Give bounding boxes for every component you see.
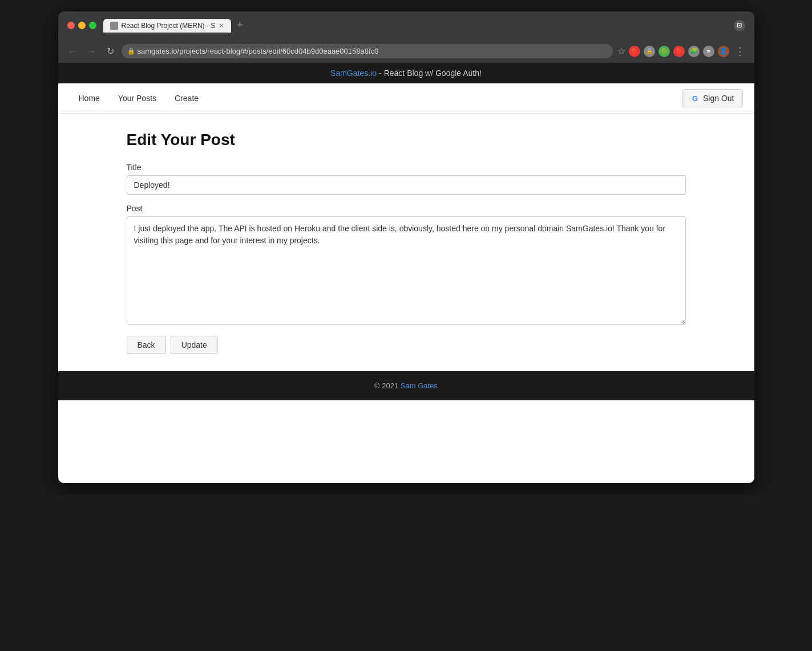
- post-label: Post: [127, 204, 686, 213]
- back-button[interactable]: Back: [127, 336, 166, 354]
- ext-menu-icon[interactable]: ≡: [703, 46, 714, 57]
- minimize-button[interactable]: [78, 22, 86, 29]
- tab-title: React Blog Project (MERN) - S: [122, 22, 216, 30]
- banner-subtitle: React Blog w/ Google Auth!: [384, 69, 482, 78]
- nav-your-posts[interactable]: Your Posts: [109, 83, 165, 113]
- lock-icon: 🔒: [127, 47, 135, 55]
- title-input[interactable]: [127, 175, 686, 195]
- browser-content: Home Your Posts Create G Sign Out Edit Y…: [58, 83, 754, 483]
- title-label: Title: [127, 163, 686, 172]
- toolbar-right-icons: ☆ 🔴 🔒 🟢 🔴 🧩 ≡ 👤 ⋮: [617, 45, 748, 58]
- address-bar[interactable]: [122, 44, 613, 58]
- app-main: Edit Your Post Title Post I just deploye…: [58, 114, 754, 371]
- sign-out-label: Sign Out: [703, 94, 734, 103]
- tab-favicon: [110, 22, 118, 30]
- page-heading: Edit Your Post: [127, 131, 686, 149]
- new-tab-button[interactable]: +: [233, 18, 247, 33]
- site-link[interactable]: SamGates.io: [330, 69, 377, 78]
- ext-green-icon[interactable]: 🟢: [659, 46, 670, 57]
- refresh-nav-button[interactable]: ↻: [104, 45, 117, 58]
- traffic-lights: [67, 22, 96, 29]
- app-footer: © 2021 Sam Gates: [58, 371, 754, 400]
- title-form-group: Title: [127, 163, 686, 195]
- ext-red2-icon[interactable]: 🔴: [673, 46, 685, 57]
- author-link[interactable]: Sam Gates: [401, 381, 438, 390]
- maximize-button[interactable]: [89, 22, 96, 29]
- nav-create[interactable]: Create: [165, 83, 208, 113]
- copyright-text: © 2021: [374, 381, 401, 390]
- ext-red-icon[interactable]: 🔴: [629, 46, 640, 57]
- nav-home[interactable]: Home: [70, 83, 109, 113]
- cast-icon: ⊡: [734, 20, 745, 31]
- post-textarea[interactable]: I just deployed the app. The API is host…: [127, 216, 686, 325]
- ext-lock2-icon[interactable]: 🔒: [644, 46, 655, 57]
- app-nav: Home Your Posts Create G Sign Out: [58, 83, 754, 114]
- forward-nav-button[interactable]: →: [84, 45, 99, 58]
- banner-separator: -: [379, 69, 382, 78]
- back-nav-button[interactable]: ←: [65, 45, 80, 58]
- user-avatar[interactable]: 👤: [718, 46, 729, 57]
- app-banner: SamGates.io-React Blog w/ Google Auth!: [58, 63, 754, 83]
- form-actions: Back Update: [127, 336, 686, 354]
- browser-menu-icon[interactable]: ⋮: [733, 45, 748, 58]
- update-button[interactable]: Update: [171, 336, 218, 354]
- google-g-icon: G: [690, 94, 700, 103]
- browser-extension-icons: ⊡: [734, 20, 745, 31]
- ext-puzzle-icon[interactable]: 🧩: [688, 46, 700, 57]
- post-form-group: Post I just deployed the app. The API is…: [127, 204, 686, 327]
- browser-toolbar: ← → ↻ 🔒 ☆ 🔴 🔒 🟢 🔴 🧩 ≡ 👤 ⋮: [58, 39, 754, 63]
- address-bar-wrapper: 🔒: [122, 44, 613, 58]
- star-icon[interactable]: ☆: [617, 46, 625, 57]
- tab-bar: React Blog Project (MERN) - S ✕ +: [103, 18, 727, 33]
- tab-close-icon[interactable]: ✕: [219, 22, 224, 30]
- close-button[interactable]: [67, 22, 75, 29]
- active-tab[interactable]: React Blog Project (MERN) - S ✕: [103, 19, 232, 33]
- sign-out-button[interactable]: G Sign Out: [682, 89, 742, 107]
